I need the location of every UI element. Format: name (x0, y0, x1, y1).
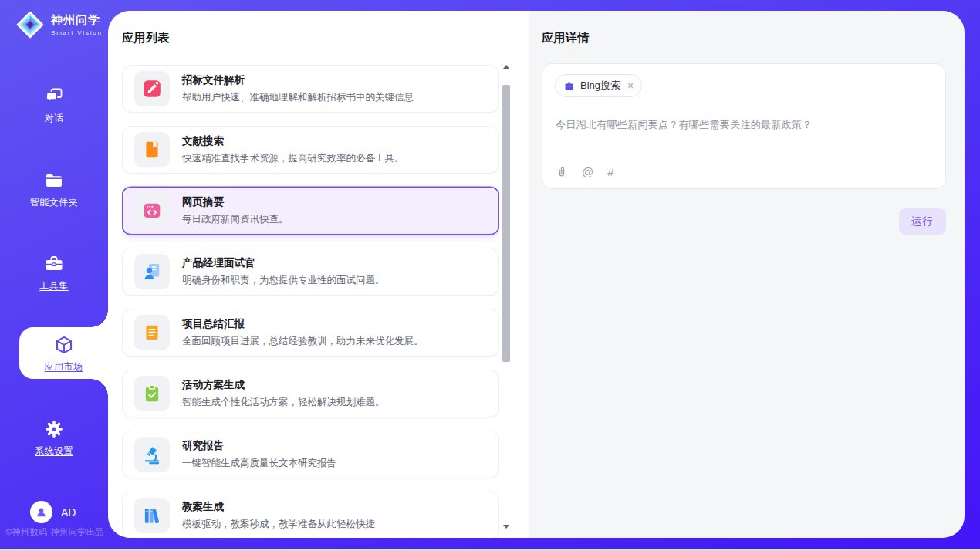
arrow-down-icon (503, 525, 509, 529)
app-card-title: 项目总结汇报 (182, 317, 424, 331)
chip-close-icon[interactable]: × (627, 80, 634, 91)
notepad-icon (142, 323, 162, 343)
hash-icon[interactable]: # (607, 165, 613, 178)
run-row: 运行 (899, 208, 946, 235)
app-card-title: 招标文件解析 (182, 73, 414, 87)
browser-code-icon (142, 201, 162, 221)
app-card-research-report[interactable]: 研究报告 一键智能生成高质量长文本研究报告 (122, 431, 499, 478)
app-list-panel: 应用列表 招标文件解析 帮助用户快速、准确地理解和解析招标书中的关键信息 文献搜… (108, 11, 529, 538)
app-card-title: 网页摘要 (182, 195, 289, 209)
app-card-desc: 每日政府新闻资讯快查。 (182, 213, 289, 226)
gear-icon (44, 419, 64, 439)
app-card-web-summary[interactable]: 网页摘要 每日政府新闻资讯快查。 (122, 187, 499, 235)
person-icon (35, 505, 48, 519)
app-card-desc: 快速精准查找学术资源，提高研究效率的必备工具。 (182, 152, 404, 165)
user-name: AD (61, 506, 76, 519)
scrollbar-thumb[interactable] (502, 85, 510, 362)
app-card-title: 文献搜索 (182, 134, 404, 148)
scrollbar-down-button[interactable] (502, 522, 511, 531)
app-card-tender-analysis[interactable]: 招标文件解析 帮助用户快速、准确地理解和解析招标书中的关键信息 (122, 65, 499, 113)
scrollbar-up-button[interactable] (502, 62, 511, 71)
query-text[interactable]: 今日湖北有哪些新闻要点？有哪些需要关注的最新政策？ (556, 118, 930, 132)
sidebar-item-label: 工具集 (39, 279, 69, 292)
user-row[interactable]: AD (30, 501, 76, 523)
app-card-desc: 智能生成个性化活动方案，轻松解决规划难题。 (182, 396, 385, 409)
sidebar-item-label: 系统设置 (35, 445, 73, 458)
app-card-title: 产品经理面试官 (182, 256, 385, 270)
app-card-lesson-plan[interactable]: 教案生成 模板驱动，教案秒成，教学准备从此轻松快捷 (122, 492, 499, 538)
sidebar-item-app-market[interactable]: 应用市场 (19, 327, 108, 379)
brand-name: 神州问学 (51, 13, 103, 28)
app-list: 招标文件解析 帮助用户快速、准确地理解和解析招标书中的关键信息 文献搜索 快速精… (122, 65, 499, 538)
sidebar-item-label: 智能文件夹 (30, 196, 79, 209)
query-card[interactable]: Bing搜索 × 今日湖北有哪些新闻要点？有哪些需要关注的最新政策？ @ # (542, 63, 946, 189)
chip-label: Bing搜索 (580, 79, 620, 93)
logo: 神州问学 Smart Vision (15, 10, 103, 39)
sidebar-item-smart-folder[interactable]: 智能文件夹 (0, 171, 108, 209)
sidebar: 神州问学 Smart Vision 对话 智能文件夹 工具集 应用市场 系统设置… (0, 0, 108, 551)
app-card-title: 研究报告 (182, 439, 336, 453)
run-button[interactable]: 运行 (899, 208, 946, 235)
app-card-desc: 一键智能生成高质量长文本研究报告 (182, 457, 336, 470)
sidebar-item-settings[interactable]: 系统设置 (0, 419, 108, 458)
app-card-literature-search[interactable]: 文献搜索 快速精准查找学术资源，提高研究效率的必备工具。 (122, 126, 499, 174)
briefcase-icon (563, 80, 575, 92)
app-card-desc: 全面回顾项目进展，总结经验教训，助力未来优化发展。 (182, 335, 424, 348)
query-toolbar: @ # (556, 165, 614, 178)
brand-gem-icon (15, 10, 45, 39)
folder-icon (44, 171, 64, 191)
pen-edit-icon (142, 79, 162, 99)
sidebar-item-label: 对话 (45, 112, 64, 125)
app-card-project-summary[interactable]: 项目总结汇报 全面回顾项目进展，总结经验教训，助力未来优化发展。 (122, 309, 499, 357)
scrollbar[interactable] (502, 62, 511, 531)
sidebar-item-label: 应用市场 (45, 360, 83, 374)
app-detail-panel: 应用详情 Bing搜索 × 今日湖北有哪些新闻要点？有哪些需要关注的最新政策？ … (529, 11, 965, 538)
arrow-up-icon (503, 65, 509, 69)
cube-icon (54, 335, 74, 355)
book-icon (142, 140, 162, 160)
app-detail-title: 应用详情 (542, 31, 590, 46)
microscope-icon (142, 445, 162, 465)
app-card-desc: 模板驱动，教案秒成，教学准备从此轻松快捷 (182, 518, 375, 531)
sidebar-item-toolset[interactable]: 工具集 (0, 254, 108, 292)
avatar[interactable] (30, 501, 52, 523)
mention-icon[interactable]: @ (582, 165, 593, 178)
chat-icon (44, 86, 64, 106)
app-card-event-plan[interactable]: 活动方案生成 智能生成个性化活动方案，轻松解决规划难题。 (122, 370, 499, 417)
app-card-title: 教案生成 (182, 500, 375, 514)
copyright-text: ©神州数码·神州问学出品 (5, 526, 104, 538)
paperclip-icon[interactable] (556, 165, 568, 178)
app-list-title: 应用列表 (122, 31, 170, 46)
interviewer-icon (142, 262, 162, 282)
toolbox-icon (44, 254, 64, 274)
content-shell: 应用列表 招标文件解析 帮助用户快速、准确地理解和解析招标书中的关键信息 文献搜… (108, 11, 965, 538)
books-icon (142, 505, 162, 526)
clipboard-check-icon (142, 384, 162, 404)
app-card-desc: 帮助用户快速、准确地理解和解析招标书中的关键信息 (182, 91, 414, 104)
app-card-pm-interviewer[interactable]: 产品经理面试官 明确身份和职责，为您提供专业性的面试问题。 (122, 248, 499, 296)
brand-subtitle: Smart Vision (51, 29, 103, 36)
sidebar-item-chat[interactable]: 对话 (0, 86, 108, 125)
tool-chip-bing-search[interactable]: Bing搜索 × (555, 74, 642, 97)
app-card-desc: 明确身份和职责，为您提供专业性的面试问题。 (182, 274, 385, 287)
app-card-title: 活动方案生成 (182, 378, 385, 392)
